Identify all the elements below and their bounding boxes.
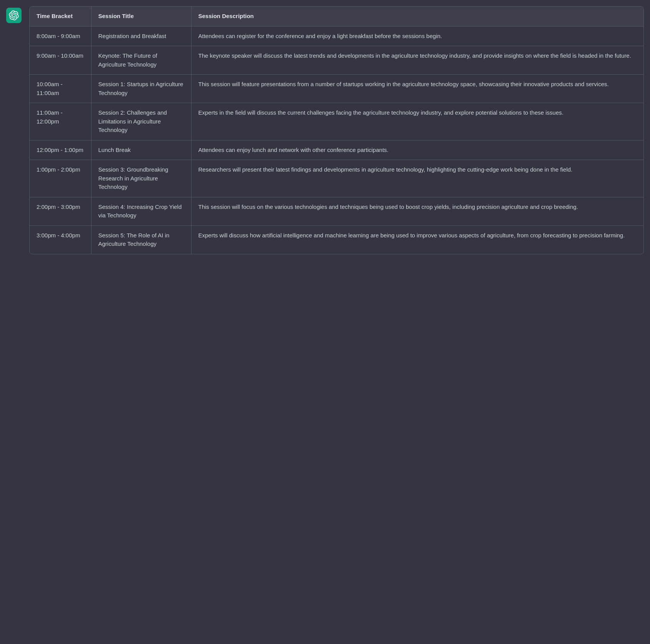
header-session-description: Session Description <box>191 7 643 26</box>
cell-title-4: Lunch Break <box>91 140 191 160</box>
cell-description-3: Experts in the field will discuss the cu… <box>191 103 643 140</box>
cell-time-0: 8:00am - 9:00am <box>30 26 91 46</box>
cell-time-5: 1:00pm - 2:00pm <box>30 160 91 197</box>
header-time-bracket: Time Bracket <box>30 7 91 26</box>
chatgpt-logo-icon <box>6 8 22 23</box>
cell-title-1: Keynote: The Future of Agriculture Techn… <box>91 46 191 75</box>
table-row: 11:00am - 12:00pmSession 2: Challenges a… <box>30 103 643 140</box>
table-row: 10:00am - 11:00amSession 1: Startups in … <box>30 75 643 103</box>
cell-description-4: Attendees can enjoy lunch and network wi… <box>191 140 643 160</box>
cell-title-6: Session 4: Increasing Crop Yield via Tec… <box>91 197 191 225</box>
cell-description-5: Researchers will present their latest fi… <box>191 160 643 197</box>
cell-title-2: Session 1: Startups in Agriculture Techn… <box>91 75 191 103</box>
cell-description-2: This session will feature presentations … <box>191 75 643 103</box>
cell-time-3: 11:00am - 12:00pm <box>30 103 91 140</box>
table-row: 3:00pm - 4:00pmSession 5: The Role of AI… <box>30 225 643 254</box>
table-row: 2:00pm - 3:00pmSession 4: Increasing Cro… <box>30 197 643 225</box>
cell-description-1: The keynote speaker will discuss the lat… <box>191 46 643 75</box>
table-row: 8:00am - 9:00amRegistration and Breakfas… <box>30 26 643 46</box>
openai-svg-icon <box>9 10 19 20</box>
schedule-table-container: Time Bracket Session Title Session Descr… <box>29 6 644 254</box>
cell-description-6: This session will focus on the various t… <box>191 197 643 225</box>
table-header-row: Time Bracket Session Title Session Descr… <box>30 7 643 26</box>
cell-description-7: Experts will discuss how artificial inte… <box>191 225 643 254</box>
table-row: 12:00pm - 1:00pmLunch BreakAttendees can… <box>30 140 643 160</box>
logo-area <box>6 8 25 23</box>
table-row: 9:00am - 10:00amKeynote: The Future of A… <box>30 46 643 75</box>
cell-time-4: 12:00pm - 1:00pm <box>30 140 91 160</box>
header-session-title: Session Title <box>91 7 191 26</box>
cell-title-7: Session 5: The Role of AI in Agriculture… <box>91 225 191 254</box>
cell-title-0: Registration and Breakfast <box>91 26 191 46</box>
table-row: 1:00pm - 2:00pmSession 3: Groundbreaking… <box>30 160 643 197</box>
cell-title-5: Session 3: Groundbreaking Research in Ag… <box>91 160 191 197</box>
cell-time-7: 3:00pm - 4:00pm <box>30 225 91 254</box>
cell-time-6: 2:00pm - 3:00pm <box>30 197 91 225</box>
cell-time-1: 9:00am - 10:00am <box>30 46 91 75</box>
cell-title-3: Session 2: Challenges and Limitations in… <box>91 103 191 140</box>
schedule-table: Time Bracket Session Title Session Descr… <box>30 7 643 254</box>
cell-time-2: 10:00am - 11:00am <box>30 75 91 103</box>
cell-description-0: Attendees can register for the conferenc… <box>191 26 643 46</box>
